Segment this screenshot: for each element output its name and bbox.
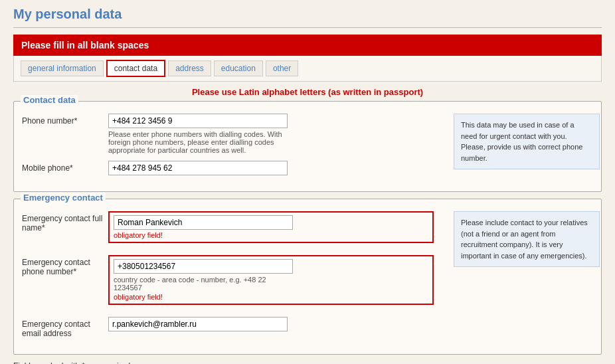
emergency-email-label: Emergency contact email address (22, 317, 108, 338)
mobile-label: Mobile phone* (22, 161, 108, 173)
page-title: My personal data (13, 7, 602, 22)
emergency-phone-hint: country code - area code - number, e.g. … (114, 276, 293, 292)
emergency-email-input[interactable] (108, 317, 288, 331)
phone-input[interactable] (108, 114, 288, 128)
emergency-phone-block: country code - area code - number, e.g. … (108, 255, 434, 305)
mobile-input[interactable] (108, 161, 288, 175)
mobile-row: Mobile phone* (22, 161, 434, 175)
top-divider (13, 27, 602, 28)
emergency-fullname-input[interactable] (114, 215, 293, 230)
emergency-phone-label: Emergency contact phone number* (22, 255, 108, 276)
required-note: Fields marked with * are required. (13, 361, 602, 364)
emergency-side-note: Please include contact to your relatives… (454, 211, 600, 267)
phone-field: Please enter phone numbers with dialling… (108, 114, 434, 154)
emergency-wrapper: Emergency contact full name* obligatory … (22, 211, 593, 345)
contact-side-note: This data may be used in case of a need … (454, 114, 600, 169)
contact-data-content: Phone number* Please enter phone numbers… (22, 114, 593, 182)
phone-row: Phone number* Please enter phone numbers… (22, 114, 434, 154)
emergency-phone-row: Emergency contact phone number* country … (22, 255, 434, 310)
tab-education[interactable]: education (214, 60, 263, 76)
emergency-contact-section: Emergency contact Emergency contact full… (13, 199, 602, 355)
emergency-fullname-label: Emergency contact full name* (22, 211, 108, 232)
emergency-contact-content: Emergency contact full name* obligatory … (22, 211, 593, 345)
emergency-fullname-row: Emergency contact full name* obligatory … (22, 211, 434, 248)
tab-address[interactable]: address (168, 60, 211, 76)
mobile-field (108, 161, 434, 175)
contact-data-title: Contact data (21, 95, 78, 105)
phone-label: Phone number* (22, 114, 108, 126)
emergency-note-col: Please include contact to your relatives… (440, 211, 593, 345)
contact-data-left: Phone number* Please enter phone numbers… (22, 114, 434, 182)
latin-notice: Please use Latin alphabet letters (as wr… (13, 87, 602, 97)
tab-general-information[interactable]: general information (21, 60, 104, 76)
emergency-fullname-field: obligatory field! (108, 211, 434, 248)
emergency-phone-field: country code - area code - number, e.g. … (108, 255, 434, 310)
emergency-left: Emergency contact full name* obligatory … (22, 211, 434, 345)
emergency-fullname-block: obligatory field! (108, 211, 434, 243)
emergency-email-field (108, 317, 434, 331)
tabs-container: general information contact data address… (13, 56, 602, 82)
phone-hint: Please enter phone numbers with dialling… (108, 130, 288, 154)
contact-data-section: Contact data Phone number* Please enter … (13, 101, 602, 192)
contact-data-wrapper: Phone number* Please enter phone numbers… (22, 114, 593, 182)
emergency-email-row: Emergency contact email address (22, 317, 434, 338)
fullname-obligatory: obligatory field! (114, 231, 428, 239)
phone-obligatory: obligatory field! (114, 293, 428, 301)
tab-contact-data[interactable]: contact data (106, 60, 165, 77)
emergency-contact-title: Emergency contact (21, 193, 106, 203)
error-banner: Please fill in all blank spaces (13, 35, 602, 56)
contact-data-note: This data may be used in case of a need … (440, 114, 593, 182)
tab-other[interactable]: other (266, 60, 298, 76)
emergency-phone-input[interactable] (114, 259, 293, 274)
